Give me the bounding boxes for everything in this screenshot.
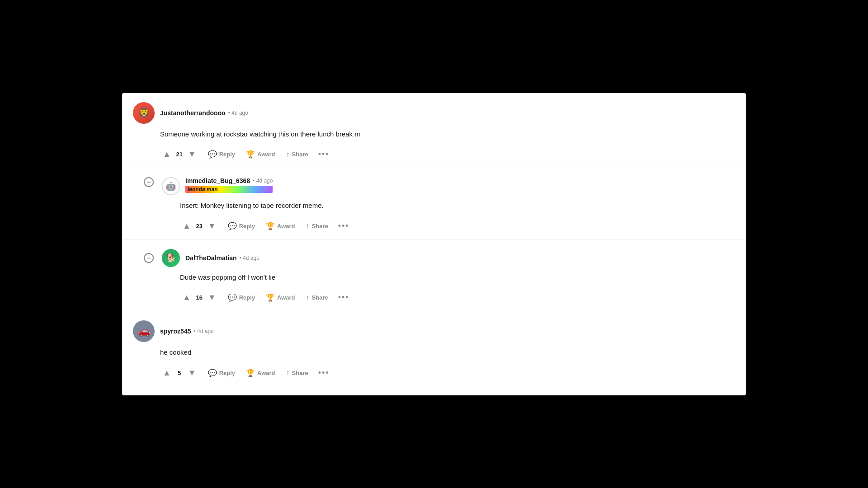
action-bar: ▲ 5 ▼ 💬 Reply 🏆 Award ↑ Share ••• — [160, 362, 735, 386]
comment-3: − 🐕 DalTheDalmatian • 4d ago Dude was po… — [122, 240, 746, 312]
comment-header: 🚗 spyroz545 • 4d ago — [133, 320, 735, 342]
award-button[interactable]: 🏆 Award — [241, 147, 280, 161]
comment-text: Insert: Monkey listening to tape recorde… — [180, 201, 735, 211]
comment-1: 🦁 Justanotherrandoooo • 4d ago Someone w… — [122, 93, 746, 169]
vote-count: 21 — [175, 151, 184, 158]
avatar: 🤖 — [162, 177, 180, 195]
share-button[interactable]: ↑ Share — [302, 291, 333, 305]
award-button[interactable]: 🏆 Award — [261, 219, 300, 233]
award-label: Award — [257, 151, 275, 158]
downvote-button[interactable]: ▼ — [185, 148, 199, 161]
share-label: Share — [312, 294, 328, 301]
username: spyroz545 — [160, 328, 191, 335]
share-icon: ↑ — [306, 222, 310, 230]
downvote-button[interactable]: ▼ — [205, 220, 219, 233]
reply-label: Reply — [239, 223, 255, 230]
timestamp: • 4d ago — [253, 178, 273, 184]
award-icon: 🏆 — [266, 222, 275, 230]
vote-section: ▲ 5 ▼ — [160, 366, 199, 380]
upvote-button[interactable]: ▲ — [160, 366, 174, 380]
share-icon: ↑ — [306, 294, 310, 302]
award-label: Award — [257, 370, 275, 376]
reply-button[interactable]: 💬 Reply — [203, 147, 240, 161]
comment-2: − 🤖 Immediate_Bug_6368 • 4d ago leonda m… — [122, 168, 746, 240]
reply-icon: 💬 — [208, 150, 217, 159]
action-bar: ▲ 23 ▼ 💬 Reply 🏆 Award ↑ Share ••• — [180, 216, 735, 239]
comment-header: 🦁 Justanotherrandoooo • 4d ago — [133, 102, 735, 124]
comments-container: 🦁 Justanotherrandoooo • 4d ago Someone w… — [122, 93, 746, 395]
reply-button[interactable]: 💬 Reply — [223, 291, 259, 305]
flair-badge: leonda man — [185, 186, 273, 193]
reply-label: Reply — [239, 294, 255, 301]
comment-header: − 🤖 Immediate_Bug_6368 • 4d ago leonda m… — [144, 177, 735, 195]
comment-header: − 🐕 DalTheDalmatian • 4d ago — [144, 249, 735, 267]
vote-count: 16 — [195, 294, 203, 301]
reply-icon: 💬 — [228, 293, 237, 302]
reply-button[interactable]: 💬 Reply — [203, 366, 240, 380]
username-area: Justanotherrandoooo • 4d ago — [160, 109, 248, 117]
share-icon: ↑ — [286, 369, 290, 377]
share-button[interactable]: ↑ Share — [282, 148, 313, 161]
timestamp: • 4d ago — [240, 255, 259, 261]
username: Immediate_Bug_6368 — [185, 177, 250, 184]
timestamp: • 4d ago — [193, 328, 213, 334]
award-button[interactable]: 🏆 Award — [261, 291, 300, 305]
reply-icon: 💬 — [228, 222, 237, 230]
comment-text: Someone working at rockstar watching thi… — [160, 129, 735, 140]
vote-count: 5 — [175, 370, 184, 376]
vote-count: 23 — [195, 223, 203, 230]
award-icon: 🏆 — [246, 369, 255, 377]
comment-body: Dude was popping off I won't lie — [180, 272, 735, 283]
comment-body: Someone working at rockstar watching thi… — [160, 129, 735, 140]
username: Justanotherrandoooo — [160, 109, 226, 117]
vote-section: ▲ 23 ▼ — [180, 220, 219, 233]
reply-icon: 💬 — [208, 369, 217, 377]
downvote-button[interactable]: ▼ — [185, 366, 199, 380]
share-button[interactable]: ↑ Share — [282, 366, 313, 380]
comment-body: he cooked — [160, 347, 735, 358]
share-label: Share — [312, 223, 328, 230]
comment-text: Dude was popping off I won't lie — [180, 272, 735, 283]
share-button[interactable]: ↑ Share — [302, 219, 333, 233]
username-area: DalTheDalmatian • 4d ago — [185, 254, 259, 262]
vote-section: ▲ 21 ▼ — [160, 148, 199, 161]
award-button[interactable]: 🏆 Award — [241, 366, 280, 380]
upvote-button[interactable]: ▲ — [180, 291, 193, 304]
username-area: spyroz545 • 4d ago — [160, 328, 214, 335]
more-button[interactable]: ••• — [335, 291, 353, 304]
reply-label: Reply — [219, 151, 235, 158]
share-label: Share — [292, 370, 308, 376]
share-icon: ↑ — [286, 150, 290, 159]
reply-label: Reply — [219, 370, 235, 376]
award-label: Award — [277, 294, 295, 301]
award-icon: 🏆 — [266, 293, 275, 302]
comment-4: 🚗 spyroz545 • 4d ago he cooked ▲ 5 ▼ 💬 R… — [122, 311, 746, 395]
avatar: 🐕 — [162, 249, 180, 267]
share-label: Share — [292, 151, 308, 158]
upvote-button[interactable]: ▲ — [180, 220, 193, 233]
action-bar: ▲ 16 ▼ 💬 Reply 🏆 Award ↑ Share ••• — [180, 287, 735, 311]
award-icon: 🏆 — [246, 150, 255, 159]
collapse-button[interactable]: − — [144, 177, 154, 187]
action-bar: ▲ 21 ▼ 💬 Reply 🏆 Award ↑ Share ••• — [160, 144, 735, 168]
reply-button[interactable]: 💬 Reply — [223, 219, 259, 233]
avatar: 🦁 — [133, 102, 155, 124]
comment-text: he cooked — [160, 347, 735, 358]
timestamp: • 4d ago — [228, 110, 248, 116]
more-button[interactable]: ••• — [335, 220, 353, 233]
upvote-button[interactable]: ▲ — [160, 148, 174, 161]
collapse-button[interactable]: − — [144, 253, 154, 263]
more-button[interactable]: ••• — [315, 148, 333, 161]
username-area: Immediate_Bug_6368 • 4d ago leonda man — [185, 177, 273, 193]
award-label: Award — [277, 223, 295, 230]
vote-section: ▲ 16 ▼ — [180, 291, 219, 304]
avatar: 🚗 — [133, 320, 155, 342]
username: DalTheDalmatian — [185, 254, 237, 262]
downvote-button[interactable]: ▼ — [205, 291, 219, 304]
more-button[interactable]: ••• — [315, 366, 333, 380]
comment-body: Insert: Monkey listening to tape recorde… — [180, 201, 735, 211]
